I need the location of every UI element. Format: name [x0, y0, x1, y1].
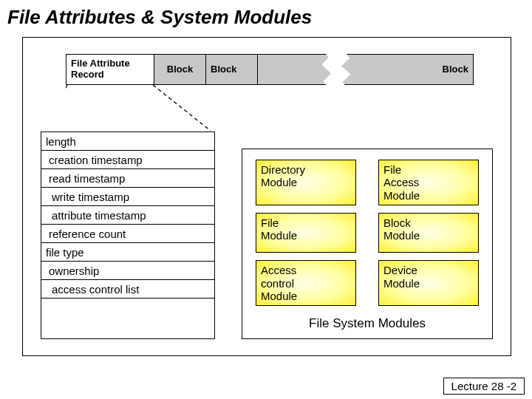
- module-label: File Access Module: [383, 163, 474, 202]
- modules-box: Directory Module File Access Module File…: [242, 149, 493, 339]
- page-title: File Attributes & System Modules: [0, 0, 532, 33]
- module-block: Block Module: [378, 213, 479, 253]
- diagram-frame: File Attribute Record Block Block Block …: [22, 37, 511, 356]
- attribute-table: length creation timestamp read timestamp…: [41, 132, 215, 339]
- svg-line-0: [66, 85, 67, 131]
- module-label: File Module: [261, 216, 351, 242]
- block-gap: [258, 54, 415, 85]
- block-cell-2: Block: [206, 54, 258, 85]
- tear-icon: [310, 50, 362, 90]
- record-row: File Attribute Record Block Block Block: [66, 54, 474, 85]
- attr-label: attribute timestamp: [52, 209, 146, 222]
- attr-label: ownership: [49, 265, 99, 277]
- attr-row-refcount: reference count: [41, 224, 214, 242]
- attr-label: access control list: [52, 283, 139, 296]
- module-label: Device Module: [383, 264, 474, 290]
- attr-row-acl: access control list: [41, 279, 214, 298]
- modules-caption: File System Modules: [242, 316, 492, 331]
- attr-label: reference count: [49, 228, 126, 240]
- module-file: File Module: [256, 213, 356, 253]
- block-label: Block: [211, 64, 236, 75]
- module-directory: Directory Module: [256, 160, 356, 205]
- attr-row-write: write timestamp: [41, 187, 214, 205]
- attr-label: write timestamp: [52, 191, 129, 203]
- expand-dashes-icon: [66, 85, 214, 137]
- module-access-control: Access control Module: [256, 260, 356, 306]
- modules-grid: Directory Module File Access Module File…: [256, 160, 479, 306]
- file-attribute-record-cell: File Attribute Record: [66, 54, 154, 85]
- file-attribute-record-label: File Attribute Record: [71, 58, 130, 81]
- module-label: Block Module: [383, 216, 474, 242]
- attr-row-read: read timestamp: [41, 168, 214, 187]
- block-label: Block: [443, 64, 468, 75]
- module-device: Device Module: [378, 260, 479, 306]
- lecture-label: Lecture 28 -2: [443, 378, 525, 395]
- module-file-access: File Access Module: [378, 160, 479, 205]
- attr-row-attribute-ts: attribute timestamp: [41, 205, 214, 224]
- attr-row-filetype: file type: [41, 242, 214, 261]
- attr-label: creation timestamp: [49, 154, 143, 166]
- attr-row-spacer: [41, 298, 214, 338]
- module-label: Directory Module: [261, 163, 351, 189]
- block-label: Block: [167, 64, 193, 75]
- attr-row-ownership: ownership: [41, 261, 214, 279]
- svg-line-1: [153, 85, 211, 131]
- attr-label: read timestamp: [49, 172, 125, 185]
- block-cell-3: Block: [415, 54, 474, 85]
- attr-label: file type: [46, 246, 84, 259]
- attr-label: length: [46, 135, 76, 148]
- module-label: Access control Module: [261, 264, 351, 302]
- attr-row-length: length: [41, 132, 214, 150]
- attr-row-creation: creation timestamp: [41, 150, 214, 168]
- block-cell-1: Block: [154, 54, 206, 85]
